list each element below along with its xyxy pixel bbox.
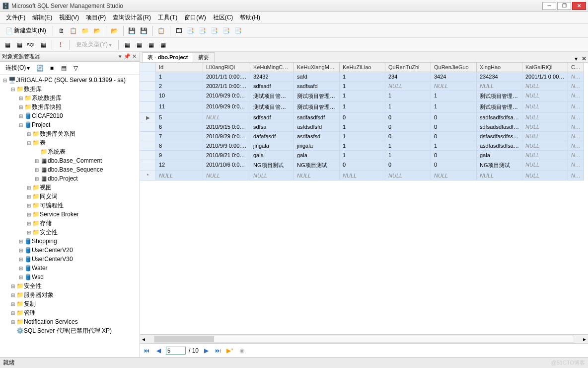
data-cell[interactable]: 10 — [156, 91, 203, 102]
row-selector[interactable] — [140, 82, 156, 91]
data-cell[interactable]: sdfsa — [250, 122, 294, 132]
data-cell[interactable]: sdfsadf — [250, 113, 294, 122]
data-cell[interactable]: 234 — [385, 72, 431, 82]
connect-button[interactable]: 连接(O) ▾ — [2, 63, 33, 74]
toolbar-icon[interactable]: 📑 — [221, 25, 232, 36]
data-cell[interactable]: NULL — [385, 82, 431, 91]
db-wsd[interactable]: ⊞🛢️Wsd — [0, 273, 140, 281]
expand-icon[interactable]: ⊞ — [18, 239, 24, 244]
data-cell[interactable]: NULL — [568, 102, 584, 113]
data-cell[interactable]: NULL — [522, 91, 568, 102]
scroll-thumb[interactable] — [154, 336, 214, 342]
row-selector[interactable] — [140, 122, 156, 132]
table-project[interactable]: ⊞▦dbo.Project — [0, 174, 140, 183]
data-cell[interactable]: NULL — [568, 132, 584, 141]
expand-icon[interactable]: ⊞ — [18, 248, 24, 253]
toolbar-icon[interactable]: ▦ — [2, 39, 13, 50]
db-usercenter20[interactable]: ⊞🛢️UserCenterV20 — [0, 246, 140, 255]
data-cell[interactable]: 1 — [340, 72, 385, 82]
toolbar-icon[interactable]: 📑 — [233, 25, 244, 36]
table-comment[interactable]: ⊞▦dbo.Base_Comment — [0, 156, 140, 165]
sql-icon[interactable]: SQL — [26, 39, 37, 50]
toolbar-icon[interactable]: ▦ — [134, 39, 145, 50]
toolbar-icon[interactable]: ▦ — [122, 39, 133, 50]
data-cell[interactable]: 1 — [385, 151, 431, 160]
data-cell[interactable]: 测试项目管理0... — [477, 91, 522, 102]
data-cell[interactable]: NULL — [568, 82, 584, 91]
toolbar-icon[interactable]: 📑 — [185, 25, 196, 36]
expand-icon[interactable]: ⊞ — [18, 95, 24, 101]
expand-icon[interactable]: ⊞ — [26, 194, 32, 199]
data-cell[interactable]: NULL — [522, 113, 568, 122]
menu-window[interactable]: 窗口(W) — [181, 12, 209, 23]
data-cell[interactable]: NG项目测试 — [477, 160, 522, 171]
db-servicebroker[interactable]: ⊞📁Service Broker — [0, 210, 140, 219]
row-selector[interactable]: ▶ — [140, 113, 156, 122]
data-cell[interactable]: sadfsafd — [294, 82, 340, 91]
data-cell[interactable]: 测试项目管理0... — [250, 102, 294, 113]
data-cell[interactable]: sdfsadf — [250, 82, 294, 91]
expand-icon[interactable]: ⊞ — [26, 221, 32, 226]
toolbar-icon[interactable]: 📋 — [156, 25, 167, 36]
run-icon[interactable]: ! — [55, 39, 66, 50]
column-header[interactable]: LiXiangRiQi — [203, 63, 250, 72]
column-header[interactable]: Id — [156, 63, 203, 72]
data-cell[interactable]: sadfasdfsdf — [294, 113, 340, 122]
data-cell[interactable]: NULL — [568, 113, 584, 122]
row-selector[interactable] — [140, 132, 156, 141]
row-selector[interactable] — [140, 141, 156, 151]
data-cell[interactable]: 2010/9/9 0:00:00 — [203, 141, 250, 151]
maximize-button[interactable]: ❐ — [557, 2, 571, 10]
expand-icon[interactable]: ⊞ — [34, 176, 40, 182]
pin-icon[interactable]: 📌 — [124, 53, 131, 60]
table-row[interactable]: 122010/10/6 0:00:00NG项目测试NG项目测试000NG项目测试… — [140, 160, 588, 171]
toolbar-icon[interactable]: 📁 — [80, 25, 91, 36]
dropdown-icon[interactable]: ▾ — [117, 53, 124, 60]
new-query-button[interactable]: 📄新建查询(N) — [2, 25, 50, 36]
data-cell[interactable]: 234234 — [477, 72, 522, 82]
toolbar-icon[interactable]: 📂 — [92, 25, 103, 36]
data-cell[interactable]: NULL — [522, 141, 568, 151]
data-cell[interactable]: 2001/1/1 0:00:00 — [203, 72, 250, 82]
data-cell[interactable]: gala — [250, 151, 294, 160]
expand-icon[interactable]: ⊞ — [26, 131, 32, 137]
data-cell[interactable]: asfdsdfsfd — [294, 122, 340, 132]
save-icon[interactable]: 💾 — [127, 25, 138, 36]
server-node[interactable]: ⊟🖥️JIRIGALA-PC (SQL Server 9.0.1399 - sa… — [0, 76, 140, 85]
data-cell[interactable]: 2001/1/1 0:00:00 — [522, 72, 568, 82]
db-water[interactable]: ⊞🛢️Water — [0, 264, 140, 273]
expand-icon[interactable]: ⊞ — [26, 230, 32, 235]
data-cell[interactable]: NULL — [522, 102, 568, 113]
menu-community[interactable]: 社区(C) — [210, 12, 236, 23]
data-cell[interactable]: 1 — [431, 141, 477, 151]
data-cell[interactable]: NULL — [568, 151, 584, 160]
table-row[interactable]: 62010/9/15 0:00:00sdfsaasfdsdfsfd100sdfs… — [140, 122, 588, 132]
expand-icon[interactable]: ⊞ — [34, 158, 40, 164]
data-cell[interactable]: 1 — [385, 102, 431, 113]
data-cell[interactable]: 1 — [340, 82, 385, 91]
expand-icon[interactable]: ⊞ — [26, 212, 32, 217]
data-cell[interactable]: dafafasdf — [250, 132, 294, 141]
data-cell[interactable]: NULL — [385, 171, 431, 181]
horizontal-scrollbar[interactable]: ◂ ▸ — [140, 334, 588, 343]
expand-icon[interactable]: ⊟ — [18, 122, 24, 128]
toolbar-icon[interactable]: 📋 — [68, 25, 79, 36]
data-cell[interactable]: sadfsadfsdfsadf... — [477, 113, 522, 122]
menu-edit[interactable]: 编辑(E) — [29, 12, 55, 23]
server-objects[interactable]: ⊞📁服务器对象 — [0, 290, 140, 299]
db-storage[interactable]: ⊞📁存储 — [0, 219, 140, 228]
data-cell[interactable]: dsfasdfasdfssad... — [477, 132, 522, 141]
data-cell[interactable]: 0 — [431, 160, 477, 171]
data-cell[interactable]: NULL — [340, 171, 385, 181]
data-grid[interactable]: IdLiXiangRiQiKeHuMingChengKeHuXiangMuMi.… — [140, 63, 588, 334]
data-cell[interactable]: 0 — [340, 113, 385, 122]
column-header[interactable]: QuRenJieGuo — [431, 63, 477, 72]
data-cell[interactable]: 0 — [385, 122, 431, 132]
data-cell[interactable]: 2010/9/29 0:00:00 — [203, 102, 250, 113]
notification-services[interactable]: ⊞📁Notification Services — [0, 317, 140, 326]
sql-agent[interactable]: ⚙️SQL Server 代理(已禁用代理 XP) — [0, 326, 140, 335]
scroll-left-icon[interactable]: ◂ — [140, 336, 147, 343]
next-record-icon[interactable]: ▶ — [202, 346, 211, 355]
column-header[interactable]: KeHuXiangMuMi... — [294, 63, 340, 72]
table-row[interactable]: 112010/9/29 0:00:00测试项目管理0...测试项目管理0...1… — [140, 102, 588, 113]
